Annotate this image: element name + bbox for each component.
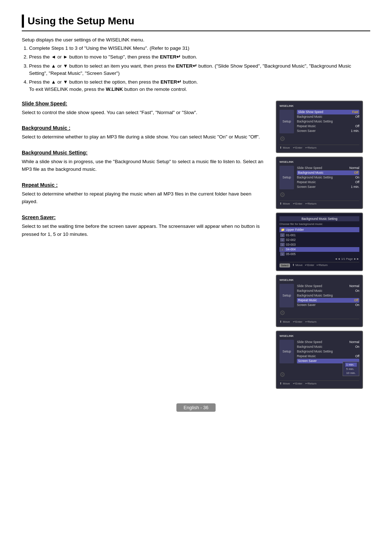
section-screen-saver: Screen Saver: Select to set the waiting …	[22, 214, 265, 238]
tv-brand-2: WISELINK	[279, 160, 359, 164]
section-repeat-music: Repeat Music : Select to determine wheth…	[22, 182, 265, 206]
section-slide-show-speed: Slide Show Speed: Select to control the …	[22, 101, 265, 117]
section-title-background-music-setting: Background Music Setting:	[22, 150, 265, 156]
tv-footer-1: ⬆ Move↵Enter↩Return	[279, 145, 359, 149]
bms-file-3: ♪04-004	[279, 247, 359, 252]
tv-footer-4: ⬆ Move↵Enter↩Return	[279, 319, 359, 323]
tv-main-2: Slide Show SpeedNormal Background MusicO…	[297, 166, 359, 189]
tv-row-2-1: Background MusicOff	[297, 170, 359, 175]
tv-screen-5: WISELINK Setup Slide Show SpeedNormal Ba…	[276, 331, 363, 389]
bms-pagination: ◄◄ 1/1 Page ►►	[279, 257, 359, 261]
step-4: Press the ▲ or ▼ button to select the op…	[29, 78, 370, 93]
section-background-music: Background Music : Select to determine w…	[22, 125, 265, 141]
step-3: Press the ▲ or ▼ button to select an ite…	[29, 63, 370, 77]
tv-row-4-0: Slide Show SpeedNormal	[297, 284, 359, 289]
tv-row-2-4: Screen Saver1 min.	[297, 185, 359, 189]
tv-brand-1: WISELINK	[279, 104, 359, 108]
tv-sidebar-5: Setup	[279, 340, 294, 363]
right-column: WISELINK Setup Slide Show SpeedFast Back…	[276, 101, 370, 389]
tv-sidebar-4: Setup	[279, 284, 294, 307]
tv-brand-5: WISELINK	[279, 334, 359, 338]
bms-folder: 📁 Upper Folder	[279, 227, 359, 232]
tv-row-5-1: Background MusicOn	[297, 344, 359, 349]
bms-footer: Select ⬆ Move↵Enter↩Return	[279, 262, 359, 267]
section-title-screen-saver: Screen Saver:	[22, 214, 265, 220]
tv-row-4-1: Background MusicOn	[297, 289, 359, 293]
tv-row-2-0: Slide Show SpeedNormal	[297, 166, 359, 170]
tv-row-1-2: Background Music Setting	[297, 119, 359, 124]
tv-row-2-3: Repeat MusicOff	[297, 180, 359, 185]
section-title-background-music: Background Music :	[22, 125, 265, 131]
bms-file-4: ♪05-005	[279, 252, 359, 257]
section-background-music-setting: Background Music Setting: While a slide …	[22, 150, 265, 173]
section-title-repeat-music: Repeat Music :	[22, 182, 265, 188]
tv-screen-3: Background Music Setting Choose file for…	[276, 213, 363, 271]
tv-main-1: Slide Show SpeedFast Background MusicOff…	[297, 110, 359, 133]
bms-file-2: ♪03-003	[279, 242, 359, 247]
step-1: Complete Steps 1 to 3 of "Using the WISE…	[29, 45, 370, 52]
tv-row-5-4: Screen Saver 1 min. 5 min. 10 min.	[297, 359, 359, 363]
bms-title: Background Music Setting	[279, 216, 359, 221]
tv-footer-2: ⬆ Move↵Enter↩Return	[279, 201, 359, 205]
page-footer: English - 36	[22, 403, 370, 412]
section-body-slide-show-speed: Select to control the slide show speed. …	[22, 109, 265, 117]
tv-screen-2: WISELINK Setup Slide Show SpeedNormal Ba…	[276, 157, 363, 209]
bms-file-0: ♪01-001	[279, 233, 359, 238]
steps-list: Complete Steps 1 to 3 of "Using the WISE…	[29, 45, 370, 93]
tv-sidebar-2: Setup	[279, 166, 294, 189]
step-2: Press the ◄ or ► button to move to "Setu…	[29, 53, 370, 61]
tv-screen-4: WISELINK Setup Slide Show SpeedNormal Ba…	[276, 275, 363, 327]
tv-brand-4: WISELINK	[279, 278, 359, 282]
bms-file-1: ♪02-002	[279, 238, 359, 242]
main-content: Slide Show Speed: Select to control the …	[22, 101, 370, 389]
section-body-background-music: Select to determine whether to play an M…	[22, 133, 265, 141]
tv-screen-1: WISELINK Setup Slide Show SpeedFast Back…	[276, 101, 363, 153]
tv-row-5-0: Slide Show SpeedNormal	[297, 340, 359, 344]
bms-subtitle: Choose file for background music	[279, 222, 359, 226]
page-title: Using the Setup Menu	[22, 15, 370, 31]
section-title-slide-show-speed: Slide Show Speed:	[22, 101, 265, 106]
section-body-background-music-setting: While a slide show is in progress, use t…	[22, 158, 265, 173]
tv-sidebar-1: Setup	[279, 110, 294, 133]
tv-row-4-3: Repeat MusicOff	[297, 298, 359, 303]
tv-row-1-1: Background MusicOff	[297, 114, 359, 119]
tv-row-1-3: Repeat MusicOff	[297, 124, 359, 129]
page-number-badge: English - 36	[176, 403, 216, 412]
tv-row-4-4: Screen SaverOn	[297, 303, 359, 307]
tv-footer-5: ⬆ Move↵Enter↩Return	[279, 380, 359, 385]
intro-text: Setup displays the user settings of the …	[22, 37, 370, 43]
tv-row-5-2: Background Music Setting	[297, 349, 359, 354]
tv-row-4-2: Background Music Setting	[297, 293, 359, 298]
tv-row-1-0: Slide Show SpeedFast	[297, 110, 359, 114]
tv-row-1-4: Screen Saver1 min.	[297, 129, 359, 133]
tv-main-5: Slide Show SpeedNormal Background MusicO…	[297, 340, 359, 363]
bms-select-btn: Select	[279, 263, 290, 267]
tv-main-4: Slide Show SpeedNormal Background MusicO…	[297, 284, 359, 307]
tv-row-2-2: Background Music SettingOn	[297, 175, 359, 180]
section-body-screen-saver: Select to set the waiting time before th…	[22, 222, 265, 238]
left-column: Slide Show Speed: Select to control the …	[22, 101, 276, 389]
tv-row-5-3: Repeat MusicOff	[297, 354, 359, 359]
section-body-repeat-music: Select to determine whether to repeat pl…	[22, 190, 265, 206]
